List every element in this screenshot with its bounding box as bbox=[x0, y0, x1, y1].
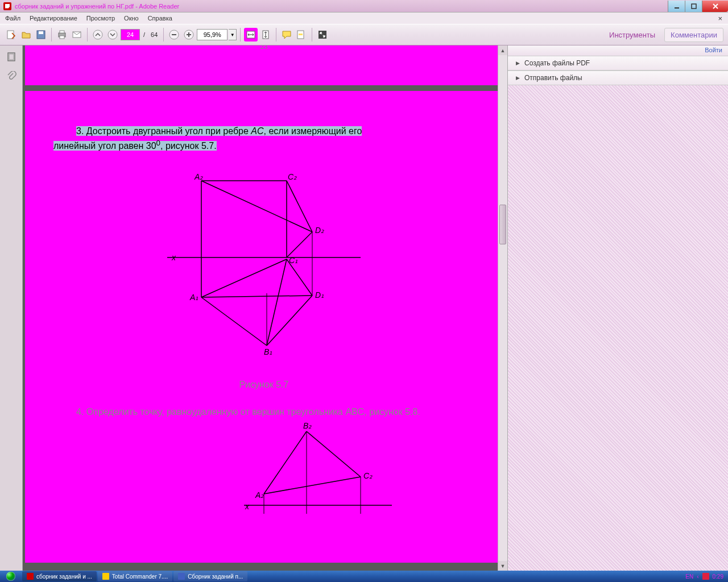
previous-page-fragment: 23 bbox=[25, 45, 503, 85]
svg-point-10 bbox=[108, 30, 117, 39]
label-A2-fig2: A₂ bbox=[255, 490, 264, 500]
svg-line-27 bbox=[201, 181, 312, 232]
label-A1: A₁ bbox=[189, 293, 198, 302]
start-button[interactable] bbox=[0, 571, 22, 582]
label-C2-fig2: C₂ bbox=[363, 471, 373, 480]
label-C1: C₁ bbox=[289, 256, 298, 265]
menubar: Файл Редактирование Просмотр Окно Справк… bbox=[0, 13, 728, 24]
page-separator: / bbox=[143, 31, 145, 38]
label-D1: D₁ bbox=[315, 290, 324, 300]
label-B1: B₁ bbox=[264, 347, 272, 356]
fit-page-icon[interactable] bbox=[259, 28, 272, 41]
panel-body bbox=[508, 85, 728, 571]
export-pdf-icon[interactable] bbox=[5, 28, 18, 41]
svg-line-40 bbox=[264, 431, 307, 494]
page-number-input[interactable] bbox=[121, 29, 140, 40]
menu-file[interactable]: Файл bbox=[3, 14, 22, 23]
chevron-right-icon: ▶ bbox=[516, 60, 520, 66]
tray-language[interactable]: EN bbox=[685, 573, 693, 580]
comments-tab[interactable]: Комментарии bbox=[664, 28, 723, 42]
page-total: 64 bbox=[151, 31, 158, 38]
close-button[interactable] bbox=[702, 1, 728, 12]
panel-create-pdf[interactable]: ▶ Создать файлы PDF bbox=[508, 56, 728, 70]
scroll-down-icon[interactable]: ▼ bbox=[498, 561, 507, 571]
svg-rect-22 bbox=[9, 54, 14, 60]
zoom-out-icon[interactable] bbox=[167, 28, 181, 41]
svg-rect-6 bbox=[60, 31, 64, 33]
panel-send-files[interactable]: ▶ Отправить файлы bbox=[508, 70, 728, 85]
login-link[interactable]: Войти bbox=[508, 45, 728, 56]
svg-rect-19 bbox=[299, 34, 303, 35]
panel-create-pdf-label: Создать файлы PDF bbox=[524, 59, 590, 67]
taskbar-app-1[interactable]: сборник заданий и ... bbox=[22, 571, 97, 581]
taskbar-app-3[interactable]: Сборник заданий п... bbox=[173, 571, 247, 581]
tray-clock[interactable]: 0:29 bbox=[713, 573, 723, 580]
svg-line-41 bbox=[307, 431, 361, 477]
menu-help[interactable]: Справка bbox=[146, 14, 174, 23]
save-icon[interactable] bbox=[34, 28, 48, 41]
label-B2-fig2: B₂ bbox=[303, 423, 312, 430]
open-icon[interactable] bbox=[19, 28, 33, 41]
maximize-button[interactable] bbox=[685, 1, 702, 12]
svg-line-42 bbox=[264, 477, 361, 494]
page-up-icon[interactable] bbox=[91, 28, 105, 41]
email-icon[interactable] bbox=[70, 28, 84, 41]
right-panel: Войти ▶ Создать файлы PDF ▶ Отправить фа… bbox=[507, 45, 728, 571]
print-icon[interactable] bbox=[55, 28, 69, 41]
left-rail bbox=[0, 45, 23, 571]
svg-line-33 bbox=[201, 296, 312, 297]
menu-view[interactable]: Просмотр bbox=[85, 14, 117, 23]
svg-line-36 bbox=[267, 296, 312, 346]
svg-rect-20 bbox=[318, 31, 326, 39]
chevron-right-icon: ▶ bbox=[516, 75, 520, 81]
scroll-thumb[interactable] bbox=[499, 205, 506, 244]
svg-rect-7 bbox=[60, 36, 64, 39]
tray-app-icon[interactable] bbox=[702, 573, 709, 580]
zoom-input[interactable] bbox=[197, 29, 228, 40]
window-title: сборник заданий и упражнений по НГ.pdf -… bbox=[15, 3, 179, 10]
thumbnails-icon[interactable] bbox=[6, 51, 17, 63]
svg-line-32 bbox=[201, 259, 287, 297]
svg-rect-4 bbox=[39, 31, 43, 34]
tools-tab[interactable]: Инструменты bbox=[603, 28, 661, 41]
menubar-close-icon[interactable]: × bbox=[715, 14, 725, 23]
label-x-fig2: x bbox=[245, 502, 250, 511]
scroll-up-icon[interactable]: ▲ bbox=[498, 45, 507, 55]
system-tray: EN ‹ 0:29 bbox=[681, 573, 728, 580]
fit-width-icon[interactable] bbox=[244, 28, 258, 41]
figure-5-8: B₂ C₂ A₂ x bbox=[53, 423, 474, 514]
minimize-button[interactable] bbox=[668, 1, 685, 12]
taskbar: сборник заданий и ... Total Commander 7.… bbox=[0, 571, 728, 582]
app-icon bbox=[3, 2, 11, 10]
comment-icon[interactable] bbox=[280, 28, 293, 41]
label-A2: A₂ bbox=[194, 172, 203, 181]
page-down-icon[interactable] bbox=[106, 28, 119, 41]
problem-3-text: 3. Достроить двугранный угол при ребре A… bbox=[53, 125, 474, 152]
taskbar-app-2[interactable]: Total Commander 7.... bbox=[98, 571, 172, 581]
svg-rect-1 bbox=[692, 4, 696, 9]
document-page: 3. Достроить двугранный угол при ребре A… bbox=[25, 91, 503, 563]
svg-line-35 bbox=[201, 297, 267, 346]
svg-point-9 bbox=[93, 30, 102, 39]
menu-window[interactable]: Окно bbox=[122, 14, 140, 23]
highlight-icon[interactable] bbox=[295, 28, 308, 41]
svg-rect-12 bbox=[172, 34, 176, 35]
svg-rect-0 bbox=[675, 7, 679, 9]
tray-chevron-icon[interactable]: ‹ bbox=[697, 573, 698, 580]
attachments-icon[interactable] bbox=[6, 70, 17, 82]
document-viewport[interactable]: 23 3. Достроить двугранный угол при ребр… bbox=[23, 45, 507, 571]
figure-5-7: A₂ C₂ D₂ x C₁ A₁ D₁ B₁ bbox=[53, 169, 474, 363]
read-mode-icon[interactable] bbox=[316, 28, 329, 41]
svg-line-28 bbox=[287, 181, 312, 232]
label-D2: D₂ bbox=[315, 226, 324, 235]
zoom-dropdown-icon[interactable]: ▼ bbox=[229, 29, 237, 40]
svg-rect-15 bbox=[188, 32, 189, 37]
panel-send-files-label: Отправить файлы bbox=[524, 74, 582, 82]
problem-4-text: 4. Определить точку, равноудаленную от в… bbox=[53, 407, 474, 417]
svg-line-37 bbox=[267, 259, 287, 346]
label-C2: C₂ bbox=[288, 172, 297, 181]
menu-edit[interactable]: Редактирование bbox=[28, 14, 79, 23]
vertical-scrollbar[interactable]: ▲ ▼ bbox=[498, 45, 507, 571]
toolbar: / 64 ▼ Инструменты Комментарии bbox=[0, 24, 728, 45]
zoom-in-icon[interactable] bbox=[182, 28, 196, 41]
